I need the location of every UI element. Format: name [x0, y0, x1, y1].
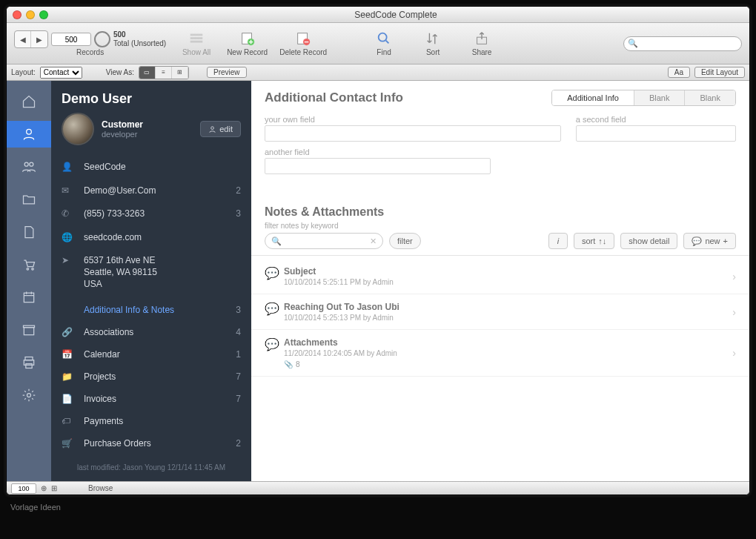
field3-label: another field — [265, 148, 491, 156]
share-button[interactable]: Share — [463, 30, 500, 56]
detail-tabs: Additional Info Blank Blank — [551, 90, 736, 106]
show-all-button[interactable]: Show All — [178, 30, 215, 56]
notes-search[interactable]: 🔍 ✕ — [265, 233, 383, 249]
show-detail-button[interactable]: show detail — [620, 233, 677, 249]
layout-label: Layout: — [11, 68, 36, 76]
svg-rect-15 — [24, 328, 33, 335]
edit-button[interactable]: edit — [200, 121, 241, 137]
svg-point-9 — [27, 129, 32, 134]
company-icon: 👤 — [62, 162, 75, 172]
pie-icon — [94, 31, 110, 47]
nav-invoices[interactable]: 📄Invoices7 — [51, 388, 251, 410]
svg-point-20 — [27, 394, 31, 397]
zoom-window-button[interactable] — [39, 10, 48, 19]
layout-select[interactable]: Contact — [40, 67, 82, 79]
phone-count: 3 — [231, 208, 241, 219]
chevron-right-icon: › — [732, 347, 736, 359]
record-number-input[interactable] — [51, 33, 91, 46]
svg-rect-2 — [190, 41, 203, 43]
info-button[interactable]: i — [548, 233, 568, 249]
folder-icon: 📁 — [62, 371, 75, 382]
svg-rect-17 — [25, 357, 33, 360]
total-count: 500 — [113, 30, 166, 39]
aa-button[interactable]: Aa — [668, 67, 690, 78]
contact-nav: Additional Info & Notes3 🔗Associations4 … — [51, 299, 251, 454]
zoom-input[interactable] — [11, 483, 36, 494]
sidebar-print[interactable] — [7, 349, 51, 376]
phone: (855) 733-3263 — [84, 208, 222, 220]
nav-projects[interactable]: 📁Projects7 — [51, 366, 251, 388]
sidebar-settings[interactable] — [7, 382, 51, 409]
sidebar-calendar[interactable] — [7, 284, 51, 311]
nav-payments[interactable]: 🏷Payments — [51, 410, 251, 432]
field2-input[interactable] — [576, 125, 736, 142]
layout-bar: Layout: Contact View As: ▭ ≡ ⊞ Preview A… — [7, 65, 749, 81]
field2-label: a second field — [576, 115, 736, 124]
filter-label: filter notes by keyword — [251, 222, 749, 233]
tab-blank-1[interactable]: Blank — [634, 90, 686, 105]
sidebar-home[interactable] — [7, 88, 51, 115]
window-title: SeedCode Complete — [48, 10, 743, 20]
last-modified: last modified: Jason Young 12/1/14 11:45… — [51, 454, 251, 482]
new-record-button[interactable]: New Record — [227, 30, 268, 56]
view-list-icon[interactable]: ≡ — [156, 67, 172, 79]
total-label: Total (Unsorted) — [113, 39, 166, 48]
note-item[interactable]: 💬 Subject10/10/2014 5:25:11 PM by Admin … — [251, 259, 749, 294]
sort-notes-button[interactable]: sort ↑↓ — [574, 233, 614, 249]
close-window-button[interactable] — [13, 10, 21, 19]
record-nav[interactable]: ◀▶ — [14, 30, 48, 48]
website: seedcode.com — [84, 232, 241, 244]
view-table-icon[interactable]: ⊞ — [172, 67, 188, 79]
sidebar-people[interactable] — [7, 153, 51, 180]
svg-point-12 — [27, 268, 29, 271]
note-icon: 💬 — [265, 337, 276, 351]
credit-text: Vorlage Ideen — [10, 503, 750, 512]
minimize-window-button[interactable] — [26, 10, 35, 19]
email: Demo@User.Com — [84, 185, 222, 197]
nav-calendar[interactable]: 📅Calendar1 — [51, 343, 251, 366]
globe-icon: 🌐 — [62, 232, 75, 242]
edit-layout-button[interactable]: Edit Layout — [694, 67, 745, 78]
svg-point-7 — [379, 33, 387, 42]
toolbar-search[interactable] — [623, 36, 742, 51]
status-icon-2[interactable]: ⊞ — [51, 484, 57, 492]
email-count: 2 — [231, 185, 241, 196]
phone-icon: ✆ — [62, 208, 75, 219]
view-form-icon[interactable]: ▭ — [139, 67, 156, 79]
link-icon: 🔗 — [62, 327, 75, 337]
sidebar-folder[interactable] — [7, 186, 51, 213]
field1-label: your own field — [265, 115, 561, 124]
sidebar-document[interactable] — [7, 219, 51, 245]
svg-rect-0 — [190, 34, 203, 36]
note-item[interactable]: 💬 Attachments 11/20/2014 10:24:05 AM by … — [251, 330, 749, 377]
status-icon-1[interactable]: ⊕ — [41, 484, 47, 492]
tab-blank-2[interactable]: Blank — [685, 90, 735, 105]
field3-input[interactable] — [265, 158, 491, 174]
new-note-button[interactable]: 💬new + — [683, 233, 736, 249]
sidebar-cart[interactable] — [7, 251, 51, 278]
tab-additional-info[interactable]: Additional Info — [552, 90, 634, 105]
chevron-right-icon: › — [732, 306, 736, 318]
chevron-right-icon: › — [732, 271, 736, 282]
detail-panel: Additional Contact Info Additional Info … — [251, 81, 749, 481]
filter-button[interactable]: filter — [389, 233, 421, 249]
note-item[interactable]: 💬 Reaching Out To Jason Ubi10/10/2014 5:… — [251, 294, 749, 330]
notes-list: 💬 Subject10/10/2014 5:25:11 PM by Admin … — [251, 255, 749, 481]
nav-purchase-orders[interactable]: 🛒Purchase Orders2 — [51, 432, 251, 454]
delete-record-button[interactable]: Delete Record — [279, 30, 327, 56]
clear-search-icon[interactable]: ✕ — [370, 237, 377, 246]
tag-icon: 🏷 — [62, 416, 75, 426]
note-icon: 💬 — [265, 302, 276, 316]
sidebar-contacts[interactable] — [7, 121, 51, 148]
nav-associations[interactable]: 🔗Associations4 — [51, 321, 251, 343]
sort-button[interactable]: Sort — [414, 30, 451, 56]
field1-input[interactable] — [265, 125, 561, 142]
view-as-segment[interactable]: ▭ ≡ ⊞ — [139, 66, 189, 79]
records-label: Records — [76, 48, 104, 56]
search-icon: 🔍 — [271, 237, 282, 246]
preview-button[interactable]: Preview — [207, 67, 247, 78]
sidebar-archive[interactable] — [7, 317, 51, 343]
nav-additional-info[interactable]: Additional Info & Notes3 — [51, 299, 251, 321]
find-button[interactable]: Find — [365, 30, 402, 56]
detail-heading: Additional Contact Info — [265, 90, 543, 105]
